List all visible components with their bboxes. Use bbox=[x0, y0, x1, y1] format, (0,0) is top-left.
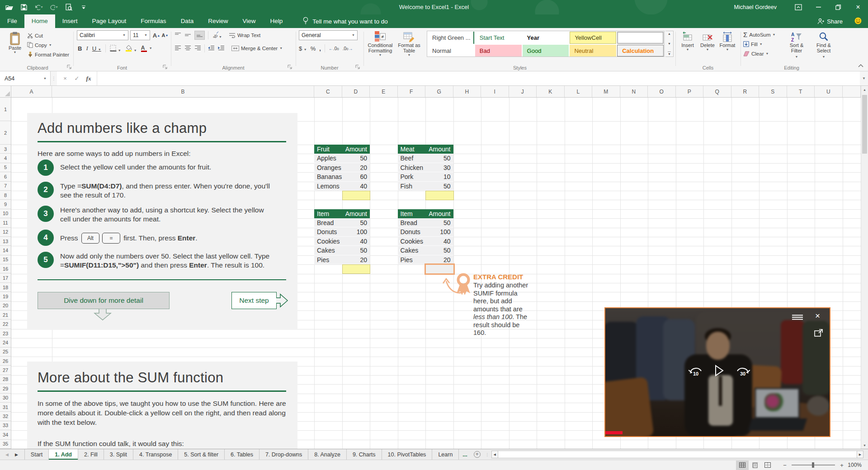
row-header-7[interactable]: 7 bbox=[0, 182, 11, 191]
column-header-c[interactable]: C bbox=[314, 86, 342, 97]
table-row[interactable]: Donuts100 bbox=[398, 227, 453, 236]
row-header-16[interactable]: 16 bbox=[0, 264, 11, 273]
row-header-35[interactable]: 35 bbox=[0, 440, 11, 449]
font-dialog-launcher-icon[interactable] bbox=[163, 65, 168, 70]
table-row[interactable]: Fish50 bbox=[398, 182, 453, 191]
wrap-text-button[interactable]: Wrap Text bbox=[229, 31, 260, 40]
customize-qat-icon[interactable] bbox=[79, 2, 88, 12]
table-row[interactable]: Bread50 bbox=[398, 218, 453, 227]
cell-style-bad[interactable]: Bad bbox=[475, 45, 522, 56]
autosum-button[interactable]: Σ AutoSum ▼ bbox=[743, 30, 776, 39]
table-row[interactable]: Bread50 bbox=[314, 218, 370, 227]
clear-button[interactable]: Clear ▼ bbox=[743, 49, 776, 58]
table-row[interactable]: Cookies40 bbox=[398, 237, 453, 246]
ribbon-tab-data[interactable]: Data bbox=[174, 14, 201, 28]
row-header-28[interactable]: 28 bbox=[0, 375, 11, 384]
row-header-32[interactable]: 32 bbox=[0, 412, 11, 421]
column-header-d[interactable]: D bbox=[342, 86, 370, 97]
align-bottom-icon[interactable] bbox=[194, 31, 205, 40]
column-header-j[interactable]: J bbox=[509, 86, 537, 97]
decrease-font-size-button[interactable]: A▼ bbox=[160, 30, 170, 40]
cut-button[interactable]: Cut bbox=[27, 31, 69, 40]
page-layout-view-button[interactable] bbox=[749, 461, 761, 470]
zoom-level[interactable]: 100% bbox=[844, 462, 862, 468]
sheet-tab-5-sort-filter[interactable]: 5. Sort & filter bbox=[178, 449, 225, 460]
table-row[interactable]: Pork10 bbox=[398, 172, 453, 181]
ribbon-tab-file[interactable]: File bbox=[0, 14, 24, 28]
open-icon[interactable] bbox=[5, 2, 14, 12]
gallery-up-icon[interactable]: ▲ bbox=[668, 32, 671, 35]
table-row[interactable]: Cakes50 bbox=[314, 246, 370, 255]
vertical-scrollbar[interactable]: ▲ ▼ bbox=[861, 86, 868, 449]
vertical-scroll-thumb[interactable] bbox=[862, 95, 867, 154]
video-play-button[interactable] bbox=[715, 365, 724, 378]
undo-icon[interactable]: ▼ bbox=[34, 2, 43, 12]
scroll-right-icon[interactable]: ▶ bbox=[857, 451, 863, 458]
cell-style-right-green[interactable]: Right Green ... bbox=[428, 32, 474, 44]
sheet-tab-2-fill[interactable]: 2. Fill bbox=[78, 449, 104, 460]
new-sheet-button[interactable]: + bbox=[474, 449, 481, 460]
redo-icon[interactable]: ▼ bbox=[49, 2, 58, 12]
row-header-8[interactable]: 8 bbox=[0, 191, 11, 200]
row-header-3[interactable]: 3 bbox=[0, 145, 11, 154]
column-header-g[interactable]: G bbox=[425, 86, 453, 97]
spreadsheet-grid[interactable]: Add numbers like a champ Here are some w… bbox=[11, 98, 861, 449]
sort-filter-button[interactable]: AZ Sort & Filter▼ bbox=[784, 30, 809, 59]
row-header-31[interactable]: 31 bbox=[0, 403, 11, 412]
table-row[interactable]: Apples50 bbox=[314, 154, 370, 163]
cell-style-year[interactable]: Year bbox=[523, 32, 569, 44]
normal-view-button[interactable] bbox=[736, 461, 749, 470]
sheet-tab-start[interactable]: Start bbox=[24, 449, 49, 460]
cell-style-yellowcell[interactable]: YellowCell bbox=[570, 32, 616, 44]
row-header-15[interactable]: 15 bbox=[0, 255, 11, 264]
number-format-select[interactable]: General▼ bbox=[299, 30, 358, 40]
row-header-4[interactable]: 4 bbox=[0, 154, 11, 163]
more-sheets-indicator[interactable]: ... bbox=[459, 449, 471, 460]
row-header-1[interactable]: 1 bbox=[0, 98, 11, 121]
decrease-decimal-button[interactable]: .00→ bbox=[343, 46, 353, 51]
table-row[interactable]: Donuts100 bbox=[314, 227, 370, 236]
align-top-icon[interactable] bbox=[175, 32, 181, 38]
tell-me-box[interactable]: Tell me what you want to do bbox=[302, 14, 388, 28]
page-break-preview-button[interactable] bbox=[761, 461, 774, 470]
column-headers[interactable]: ABCDEFGHIJKLMNOPQRSTU bbox=[11, 86, 861, 98]
sheet-tab-7-drop-downs[interactable]: 7. Drop-downs bbox=[259, 449, 308, 460]
sheet-tab-6-tables[interactable]: 6. Tables bbox=[225, 449, 259, 460]
row-header-6[interactable]: 6 bbox=[0, 172, 11, 181]
borders-button[interactable]: ▼ bbox=[110, 45, 121, 52]
column-header-u[interactable]: U bbox=[815, 86, 843, 97]
orientation-button[interactable]: ab▼ bbox=[212, 32, 222, 39]
video-close-icon[interactable]: × bbox=[815, 311, 820, 321]
gallery-down-icon[interactable]: ▼ bbox=[668, 42, 671, 45]
cell-style-start-text[interactable]: Start Text bbox=[475, 32, 522, 44]
row-header-25[interactable]: 25 bbox=[0, 348, 11, 357]
row-header-13[interactable]: 13 bbox=[0, 237, 11, 246]
sheet-tab-4-transpose[interactable]: 4. Transpose bbox=[133, 449, 178, 460]
format-as-table-button[interactable]: Format as Table ▼ bbox=[396, 29, 422, 57]
table-row[interactable]: Bananas60 bbox=[314, 172, 370, 181]
column-header-i[interactable]: I bbox=[481, 86, 509, 97]
increase-font-size-button[interactable]: A▲ bbox=[152, 30, 161, 40]
decrease-indent-icon[interactable] bbox=[208, 45, 215, 52]
row-header-30[interactable]: 30 bbox=[0, 394, 11, 403]
table-row[interactable]: Lemons40 bbox=[314, 182, 370, 191]
ribbon-tab-review[interactable]: Review bbox=[201, 14, 235, 28]
increase-decimal-button[interactable]: ←.00 bbox=[329, 46, 339, 51]
conditional-formatting-button[interactable]: ≠ Conditional Formatting ▼ bbox=[366, 29, 394, 57]
scroll-up-icon[interactable]: ▲ bbox=[861, 86, 868, 93]
row-header-11[interactable]: 11 bbox=[0, 218, 11, 227]
copy-button[interactable]: Copy ▼ bbox=[27, 40, 69, 50]
row-header-14[interactable]: 14 bbox=[0, 246, 11, 255]
underline-button[interactable]: U ▼ bbox=[92, 45, 101, 52]
column-header-p[interactable]: P bbox=[676, 86, 704, 97]
table-row[interactable]: Pies20 bbox=[398, 255, 453, 264]
column-header-r[interactable]: R bbox=[731, 86, 760, 97]
column-header-b[interactable]: B bbox=[52, 86, 314, 97]
row-header-17[interactable]: 17 bbox=[0, 273, 11, 282]
minimize-icon[interactable] bbox=[808, 0, 828, 14]
video-player[interactable]: × 10 30 bbox=[604, 307, 830, 437]
orange-formula-cell[interactable] bbox=[425, 263, 455, 275]
format-cells-button[interactable]: Format ▼ bbox=[718, 30, 737, 52]
zoom-in-button[interactable]: + bbox=[839, 462, 844, 469]
ribbon-tab-insert[interactable]: Insert bbox=[55, 14, 85, 28]
